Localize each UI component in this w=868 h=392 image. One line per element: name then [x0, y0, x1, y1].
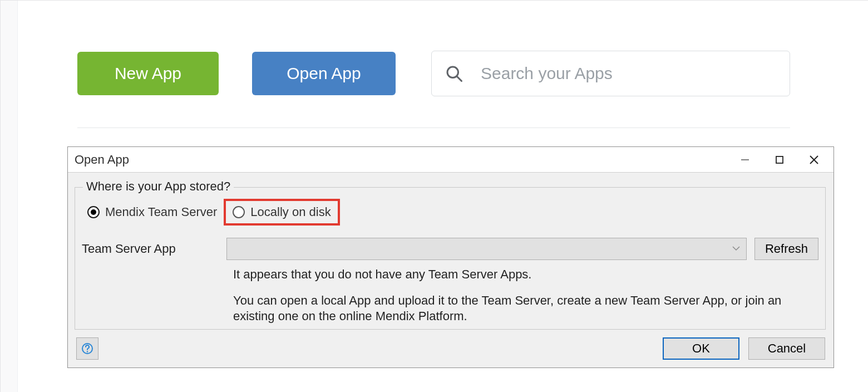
radio-team-server[interactable]: Mendix Team Server	[81, 199, 224, 226]
search-icon	[444, 63, 464, 84]
refresh-button[interactable]: Refresh	[754, 238, 818, 260]
search-input[interactable]	[480, 51, 777, 96]
radio-icon	[87, 206, 100, 218]
info-text: It appears that you do not have any Team…	[233, 267, 814, 335]
team-server-app-dropdown[interactable]	[226, 238, 747, 260]
dialog-buttons: OK Cancel	[663, 337, 825, 360]
search-box[interactable]	[431, 51, 790, 96]
dialog-titlebar: Open App	[68, 147, 834, 173]
dialog-body: Where is your App stored? Mendix Team Se…	[68, 173, 834, 367]
minimize-button[interactable]	[728, 149, 762, 171]
ok-button[interactable]: OK	[663, 337, 739, 360]
help-button[interactable]	[76, 337, 98, 360]
radio-icon	[233, 206, 245, 218]
radio-team-server-label: Mendix Team Server	[105, 205, 217, 219]
team-server-app-row: Team Server App Refresh	[82, 238, 818, 260]
radio-local-label: Locally on disk	[250, 205, 331, 219]
groupbox-title: Where is your App stored?	[83, 179, 234, 194]
cancel-button[interactable]: Cancel	[748, 337, 825, 360]
open-app-button[interactable]: Open App	[252, 52, 396, 95]
new-app-button[interactable]: New App	[77, 52, 219, 95]
team-server-app-label: Team Server App	[82, 242, 226, 256]
svg-point-7	[87, 351, 88, 352]
storage-groupbox: Where is your App stored? Mendix Team Se…	[75, 187, 826, 330]
close-icon	[808, 154, 820, 165]
help-icon	[81, 342, 94, 355]
info-line-2: You can open a local App and upload it t…	[233, 293, 814, 325]
maximize-button[interactable]	[762, 149, 797, 171]
storage-radios: Mendix Team Server Locally on disk	[81, 199, 340, 226]
window-controls	[728, 147, 831, 173]
chevron-down-icon	[732, 244, 741, 254]
svg-rect-3	[776, 156, 783, 163]
page-frame: New App Open App Open App	[0, 0, 868, 392]
open-app-dialog: Open App Where is your App stored?	[67, 146, 834, 368]
svg-line-1	[457, 76, 461, 81]
maximize-icon	[775, 155, 785, 165]
radio-locally-on-disk[interactable]: Locally on disk	[224, 199, 339, 226]
info-line-1: It appears that you do not have any Team…	[233, 267, 814, 283]
section-divider	[77, 128, 790, 128]
close-button[interactable]	[797, 149, 831, 171]
dialog-title: Open App	[75, 153, 129, 167]
top-row: New App Open App	[77, 51, 790, 96]
minimize-icon	[740, 155, 750, 165]
